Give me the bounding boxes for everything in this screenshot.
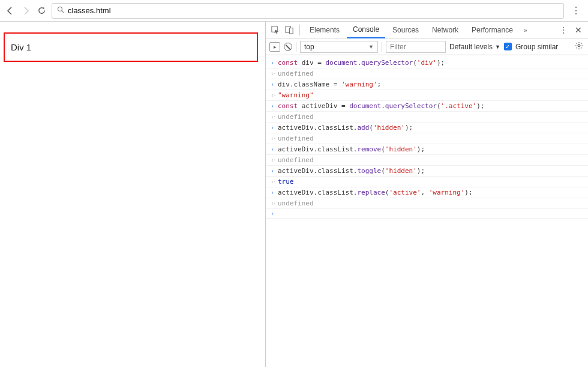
input-marker-icon (271, 124, 278, 131)
clear-console-icon[interactable] (284, 43, 292, 51)
code-text: const activeDiv = document.querySelector… (278, 102, 484, 110)
log-levels-selector[interactable]: Default levels ▼ (449, 43, 500, 51)
more-tabs-icon[interactable]: » (520, 26, 531, 34)
code-text: activeDiv.classList.toggle('hidden'); (278, 167, 425, 175)
console-line-input: div.className = 'warning'; (266, 79, 588, 90)
code-text: true (278, 178, 294, 186)
svg-point-5 (578, 44, 580, 47)
console-output[interactable]: const div = document.querySelector('div'… (266, 55, 588, 221)
div-1-text: Div 1 (11, 42, 31, 52)
code-text: activeDiv.classList.replace('active', 'w… (278, 189, 473, 196)
svg-line-1 (62, 11, 64, 13)
context-label: top (304, 43, 314, 51)
back-icon[interactable] (5, 5, 16, 16)
browser-addressbar: ⋮ (0, 0, 588, 22)
input-marker-icon (271, 81, 278, 88)
tab-performance[interactable]: Performance (466, 22, 519, 38)
inspect-icon[interactable] (268, 23, 281, 37)
code-text: div.className = 'warning'; (278, 80, 381, 88)
console-line-input: activeDiv.classList.remove('hidden'); (266, 144, 588, 155)
device-toggle-icon[interactable] (283, 23, 296, 37)
devtools-menu-icon[interactable]: ⋮ (557, 25, 570, 35)
code-text: "warning" (278, 91, 314, 99)
console-line-output: undefined (266, 68, 588, 79)
tab-network[interactable]: Network (426, 22, 464, 38)
divider (299, 25, 300, 35)
console-line-output: undefined (266, 155, 588, 166)
div-1-box: Div 1 (4, 32, 258, 62)
code-text: undefined (278, 70, 314, 77)
output-marker-icon (271, 157, 278, 163)
group-similar-label: Group similar (515, 43, 558, 51)
output-marker-icon (271, 135, 278, 142)
divider (296, 42, 296, 52)
console-line-input: activeDiv.classList.replace('active', 'w… (266, 187, 588, 198)
svg-point-0 (58, 7, 62, 11)
tab-elements[interactable]: Elements (304, 22, 346, 38)
console-sidebar-toggle-icon[interactable]: ▸ (269, 42, 280, 52)
divider (382, 42, 382, 52)
console-line-output: undefined (266, 112, 588, 123)
console-line-input: activeDiv.classList.add('hidden'); (266, 123, 588, 133)
code-text: undefined (278, 113, 314, 121)
console-line-input: const activeDiv = document.querySelector… (266, 101, 588, 112)
output-marker-icon (271, 178, 278, 185)
context-selector[interactable]: top ▼ (300, 41, 378, 53)
input-marker-icon (271, 168, 278, 174)
input-marker-icon (271, 210, 278, 217)
tab-console[interactable]: Console (347, 22, 385, 38)
output-marker-icon (271, 92, 278, 99)
devtools-close-icon[interactable]: ✕ (571, 25, 586, 35)
search-icon (57, 6, 64, 15)
svg-rect-4 (289, 28, 293, 34)
rendered-page: Div 1 (0, 22, 266, 367)
code-text: const div = document.querySelector('div'… (278, 59, 445, 67)
tab-sources[interactable]: Sources (386, 22, 425, 38)
console-filter-input[interactable] (386, 41, 446, 53)
dropdown-icon: ▼ (368, 44, 374, 50)
console-line-input: activeDiv.classList.toggle('hidden'); (266, 166, 588, 177)
output-marker-icon (271, 200, 278, 207)
input-marker-icon (271, 103, 278, 109)
address-field[interactable] (52, 3, 564, 19)
console-toolbar: ▸ top ▼ Default levels ▼ ✓ Group similar (266, 38, 588, 55)
console-line-output: undefined (266, 133, 588, 144)
console-prompt[interactable] (266, 209, 588, 219)
console-line-output: "warning" (266, 90, 588, 101)
devtools-tabs: Elements Console Sources Network Perform… (266, 22, 588, 38)
code-text: undefined (278, 199, 314, 207)
browser-menu-icon[interactable]: ⋮ (569, 5, 583, 16)
console-line-output: undefined (266, 198, 588, 209)
code-text: undefined (278, 156, 314, 164)
levels-label: Default levels (449, 43, 493, 51)
devtools-panel: Elements Console Sources Network Perform… (266, 22, 588, 367)
reload-icon[interactable] (36, 5, 47, 16)
console-line-output: true (266, 177, 588, 187)
code-text: activeDiv.classList.remove('hidden'); (278, 145, 425, 153)
dropdown-icon: ▼ (495, 44, 500, 50)
output-marker-icon (271, 70, 278, 77)
console-settings-icon[interactable] (574, 41, 584, 52)
input-marker-icon (271, 189, 278, 196)
code-text: undefined (278, 135, 314, 142)
url-input[interactable] (68, 6, 559, 15)
input-marker-icon (271, 146, 278, 153)
output-marker-icon (271, 114, 278, 120)
forward-icon (20, 5, 31, 16)
console-line-input: const div = document.querySelector('div'… (266, 58, 588, 68)
group-similar-checkbox[interactable]: ✓ (504, 43, 512, 50)
code-text: activeDiv.classList.add('hidden'); (278, 124, 413, 132)
input-marker-icon (271, 59, 278, 66)
